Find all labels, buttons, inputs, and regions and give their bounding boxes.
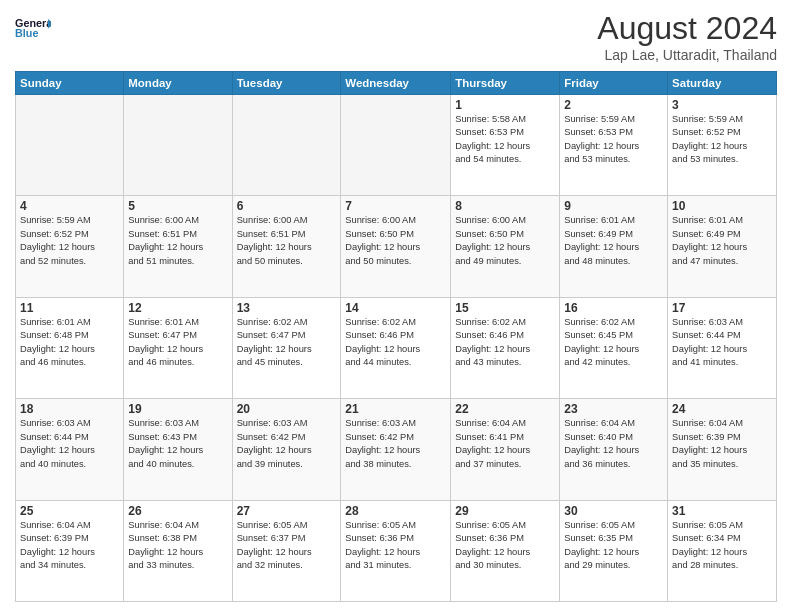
calendar-cell-4-0: 25Sunrise: 6:04 AMSunset: 6:39 PMDayligh…	[16, 500, 124, 601]
calendar-cell-1-3: 7Sunrise: 6:00 AMSunset: 6:50 PMDaylight…	[341, 196, 451, 297]
day-number: 8	[455, 199, 555, 213]
calendar-cell-2-6: 17Sunrise: 6:03 AMSunset: 6:44 PMDayligh…	[668, 297, 777, 398]
day-number: 20	[237, 402, 337, 416]
day-info: Sunrise: 6:00 AMSunset: 6:51 PMDaylight:…	[128, 214, 227, 268]
day-number: 21	[345, 402, 446, 416]
day-number: 2	[564, 98, 663, 112]
day-info: Sunrise: 5:58 AMSunset: 6:53 PMDaylight:…	[455, 113, 555, 167]
day-info: Sunrise: 6:00 AMSunset: 6:50 PMDaylight:…	[455, 214, 555, 268]
calendar-cell-2-0: 11Sunrise: 6:01 AMSunset: 6:48 PMDayligh…	[16, 297, 124, 398]
calendar-cell-0-3	[341, 95, 451, 196]
day-number: 24	[672, 402, 772, 416]
header-saturday: Saturday	[668, 72, 777, 95]
day-number: 29	[455, 504, 555, 518]
calendar-cell-4-4: 29Sunrise: 6:05 AMSunset: 6:36 PMDayligh…	[451, 500, 560, 601]
day-info: Sunrise: 6:05 AMSunset: 6:36 PMDaylight:…	[455, 519, 555, 573]
day-number: 22	[455, 402, 555, 416]
day-number: 3	[672, 98, 772, 112]
calendar-cell-1-0: 4Sunrise: 5:59 AMSunset: 6:52 PMDaylight…	[16, 196, 124, 297]
day-info: Sunrise: 6:04 AMSunset: 6:39 PMDaylight:…	[672, 417, 772, 471]
calendar-cell-3-2: 20Sunrise: 6:03 AMSunset: 6:42 PMDayligh…	[232, 399, 341, 500]
day-info: Sunrise: 6:05 AMSunset: 6:36 PMDaylight:…	[345, 519, 446, 573]
calendar-cell-4-6: 31Sunrise: 6:05 AMSunset: 6:34 PMDayligh…	[668, 500, 777, 601]
day-number: 11	[20, 301, 119, 315]
day-info: Sunrise: 6:03 AMSunset: 6:44 PMDaylight:…	[20, 417, 119, 471]
day-number: 19	[128, 402, 227, 416]
calendar-cell-4-1: 26Sunrise: 6:04 AMSunset: 6:38 PMDayligh…	[124, 500, 232, 601]
day-number: 4	[20, 199, 119, 213]
day-number: 1	[455, 98, 555, 112]
calendar-cell-4-2: 27Sunrise: 6:05 AMSunset: 6:37 PMDayligh…	[232, 500, 341, 601]
day-number: 26	[128, 504, 227, 518]
calendar-cell-1-5: 9Sunrise: 6:01 AMSunset: 6:49 PMDaylight…	[560, 196, 668, 297]
day-number: 15	[455, 301, 555, 315]
calendar-cell-3-4: 22Sunrise: 6:04 AMSunset: 6:41 PMDayligh…	[451, 399, 560, 500]
calendar-cell-2-1: 12Sunrise: 6:01 AMSunset: 6:47 PMDayligh…	[124, 297, 232, 398]
calendar-cell-3-5: 23Sunrise: 6:04 AMSunset: 6:40 PMDayligh…	[560, 399, 668, 500]
logo-svg: General Blue	[15, 10, 51, 46]
calendar-cell-4-5: 30Sunrise: 6:05 AMSunset: 6:35 PMDayligh…	[560, 500, 668, 601]
calendar-cell-1-6: 10Sunrise: 6:01 AMSunset: 6:49 PMDayligh…	[668, 196, 777, 297]
week-row-3: 11Sunrise: 6:01 AMSunset: 6:48 PMDayligh…	[16, 297, 777, 398]
day-info: Sunrise: 6:05 AMSunset: 6:37 PMDaylight:…	[237, 519, 337, 573]
logo: General Blue	[15, 10, 51, 46]
svg-text:Blue: Blue	[15, 27, 38, 39]
header-sunday: Sunday	[16, 72, 124, 95]
day-number: 17	[672, 301, 772, 315]
day-info: Sunrise: 6:01 AMSunset: 6:48 PMDaylight:…	[20, 316, 119, 370]
day-info: Sunrise: 6:03 AMSunset: 6:43 PMDaylight:…	[128, 417, 227, 471]
day-info: Sunrise: 5:59 AMSunset: 6:53 PMDaylight:…	[564, 113, 663, 167]
day-number: 16	[564, 301, 663, 315]
calendar-cell-3-3: 21Sunrise: 6:03 AMSunset: 6:42 PMDayligh…	[341, 399, 451, 500]
calendar-cell-2-2: 13Sunrise: 6:02 AMSunset: 6:47 PMDayligh…	[232, 297, 341, 398]
calendar-cell-2-4: 15Sunrise: 6:02 AMSunset: 6:46 PMDayligh…	[451, 297, 560, 398]
calendar-table: SundayMondayTuesdayWednesdayThursdayFrid…	[15, 71, 777, 602]
day-number: 30	[564, 504, 663, 518]
day-number: 13	[237, 301, 337, 315]
day-number: 28	[345, 504, 446, 518]
day-info: Sunrise: 6:05 AMSunset: 6:35 PMDaylight:…	[564, 519, 663, 573]
day-number: 7	[345, 199, 446, 213]
month-title: August 2024	[597, 10, 777, 47]
week-row-1: 1Sunrise: 5:58 AMSunset: 6:53 PMDaylight…	[16, 95, 777, 196]
day-info: Sunrise: 6:04 AMSunset: 6:38 PMDaylight:…	[128, 519, 227, 573]
day-info: Sunrise: 6:04 AMSunset: 6:40 PMDaylight:…	[564, 417, 663, 471]
header-wednesday: Wednesday	[341, 72, 451, 95]
header-thursday: Thursday	[451, 72, 560, 95]
calendar-cell-0-0	[16, 95, 124, 196]
header-monday: Monday	[124, 72, 232, 95]
day-info: Sunrise: 6:02 AMSunset: 6:46 PMDaylight:…	[345, 316, 446, 370]
header-friday: Friday	[560, 72, 668, 95]
calendar-cell-0-6: 3Sunrise: 5:59 AMSunset: 6:52 PMDaylight…	[668, 95, 777, 196]
calendar-cell-0-4: 1Sunrise: 5:58 AMSunset: 6:53 PMDaylight…	[451, 95, 560, 196]
day-info: Sunrise: 6:03 AMSunset: 6:42 PMDaylight:…	[237, 417, 337, 471]
day-number: 5	[128, 199, 227, 213]
day-info: Sunrise: 5:59 AMSunset: 6:52 PMDaylight:…	[672, 113, 772, 167]
week-row-2: 4Sunrise: 5:59 AMSunset: 6:52 PMDaylight…	[16, 196, 777, 297]
calendar-cell-1-2: 6Sunrise: 6:00 AMSunset: 6:51 PMDaylight…	[232, 196, 341, 297]
day-info: Sunrise: 6:03 AMSunset: 6:42 PMDaylight:…	[345, 417, 446, 471]
calendar-cell-2-3: 14Sunrise: 6:02 AMSunset: 6:46 PMDayligh…	[341, 297, 451, 398]
day-info: Sunrise: 5:59 AMSunset: 6:52 PMDaylight:…	[20, 214, 119, 268]
day-info: Sunrise: 6:02 AMSunset: 6:45 PMDaylight:…	[564, 316, 663, 370]
calendar-cell-1-1: 5Sunrise: 6:00 AMSunset: 6:51 PMDaylight…	[124, 196, 232, 297]
calendar-cell-3-1: 19Sunrise: 6:03 AMSunset: 6:43 PMDayligh…	[124, 399, 232, 500]
day-number: 9	[564, 199, 663, 213]
day-info: Sunrise: 6:01 AMSunset: 6:47 PMDaylight:…	[128, 316, 227, 370]
day-info: Sunrise: 6:00 AMSunset: 6:51 PMDaylight:…	[237, 214, 337, 268]
calendar-cell-0-5: 2Sunrise: 5:59 AMSunset: 6:53 PMDaylight…	[560, 95, 668, 196]
day-number: 18	[20, 402, 119, 416]
day-number: 12	[128, 301, 227, 315]
location: Lap Lae, Uttaradit, Thailand	[597, 47, 777, 63]
day-info: Sunrise: 6:04 AMSunset: 6:39 PMDaylight:…	[20, 519, 119, 573]
day-number: 31	[672, 504, 772, 518]
day-info: Sunrise: 6:05 AMSunset: 6:34 PMDaylight:…	[672, 519, 772, 573]
day-number: 27	[237, 504, 337, 518]
day-info: Sunrise: 6:04 AMSunset: 6:41 PMDaylight:…	[455, 417, 555, 471]
page: General Blue August 2024 Lap Lae, Uttara…	[0, 0, 792, 612]
week-row-5: 25Sunrise: 6:04 AMSunset: 6:39 PMDayligh…	[16, 500, 777, 601]
calendar-cell-1-4: 8Sunrise: 6:00 AMSunset: 6:50 PMDaylight…	[451, 196, 560, 297]
calendar-cell-0-1	[124, 95, 232, 196]
day-info: Sunrise: 6:02 AMSunset: 6:46 PMDaylight:…	[455, 316, 555, 370]
day-number: 10	[672, 199, 772, 213]
